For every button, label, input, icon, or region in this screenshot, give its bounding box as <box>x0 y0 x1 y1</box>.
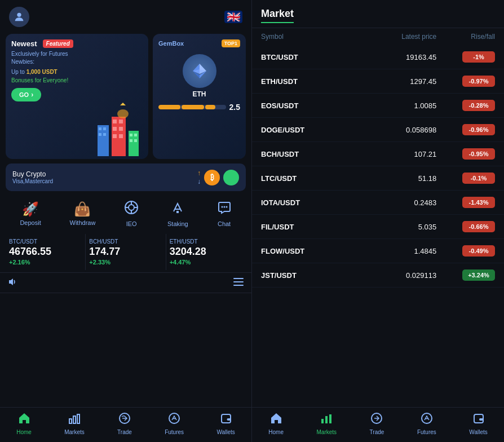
svg-rect-31 <box>176 211 179 213</box>
left-nav-wallets[interactable]: Wallets <box>216 412 235 435</box>
buy-crypto-info: Buy Crypto Visa,Mastercard <box>12 170 53 184</box>
table-row[interactable]: BCH/USDT 107.21 -0.95% <box>252 142 504 166</box>
svg-rect-4 <box>99 133 101 136</box>
left-nav-futures-label: Futures <box>165 429 184 435</box>
deposit-button[interactable]: 🚀 Deposit <box>20 201 41 226</box>
right-markets-icon <box>320 412 333 427</box>
avatar[interactable] <box>9 7 29 27</box>
svg-rect-5 <box>103 133 106 136</box>
symbol-flow: FLOW/USDT <box>261 247 349 255</box>
chat-label: Chat <box>218 220 231 227</box>
svg-rect-39 <box>73 416 76 423</box>
symbol-fil: FIL/USDT <box>261 223 349 231</box>
bottom-ticker-bar <box>0 272 251 293</box>
eth-logo <box>183 54 216 88</box>
withdraw-button[interactable]: 👜 Withdraw <box>70 201 96 226</box>
left-nav-home[interactable]: Home <box>16 412 32 435</box>
language-flag[interactable] <box>224 11 242 23</box>
table-row[interactable]: IOTA/USDT 0.2483 -1.43% <box>252 191 504 215</box>
ticker-btc[interactable]: BTC/USDT 46766.55 +2.16% <box>6 234 86 270</box>
right-futures-icon <box>421 412 433 427</box>
table-row[interactable]: FIL/USDT 5.035 -0.66% <box>252 215 504 239</box>
speaker-icon <box>8 277 17 288</box>
table-row[interactable]: JST/USDT 0.029113 +3.24% <box>252 263 504 288</box>
right-nav-trade[interactable]: Trade <box>370 412 384 435</box>
svg-point-0 <box>17 13 21 17</box>
svg-rect-36 <box>233 281 244 282</box>
left-nav-trade[interactable]: Trade <box>117 412 132 435</box>
buy-crypto-section[interactable]: Buy Crypto Visa,Mastercard ↑ ↓ ₿ <box>6 163 246 191</box>
ticker-bch[interactable]: BCH/USDT 174.77 +2.33% <box>86 234 166 270</box>
svg-rect-17 <box>134 139 137 142</box>
col-price-header: Latest price <box>349 33 437 41</box>
table-row[interactable]: LTC/USDT 51.18 -0.1% <box>252 166 504 191</box>
svg-rect-8 <box>119 120 123 123</box>
ticker-row: BTC/USDT 46766.55 +2.16% BCH/USDT 174.77… <box>0 234 251 270</box>
progress-seg3 <box>205 105 215 109</box>
table-row[interactable]: BTC/USDT 19163.45 -1% <box>252 45 504 69</box>
change-fil: -0.66% <box>436 221 495 232</box>
ticker-btc-symbol: BTC/USDT <box>9 238 82 245</box>
table-row[interactable]: ETH/USDT 1297.45 -0.97% <box>252 69 504 94</box>
right-nav-wallets[interactable]: Wallets <box>469 412 487 435</box>
change-ltc: -0.1% <box>436 173 495 184</box>
change-eth: -0.97% <box>436 76 495 87</box>
price-bch: 107.21 <box>349 150 437 158</box>
right-bottom-nav: Home Markets Trade <box>252 407 504 442</box>
left-nav-futures[interactable]: Futures <box>165 412 184 435</box>
ticker-eth[interactable]: ETH/USDT 3204.28 +4.47% <box>166 234 246 270</box>
ticker-bch-change: +2.33% <box>89 259 162 266</box>
left-nav-markets[interactable]: Markets <box>64 412 85 435</box>
svg-rect-9 <box>113 127 117 131</box>
ticker-btc-change: +2.16% <box>9 259 82 266</box>
chat-icon <box>217 200 232 218</box>
right-nav-markets[interactable]: Markets <box>316 412 337 435</box>
right-nav-home[interactable]: Home <box>268 412 284 435</box>
table-row[interactable]: FLOW/USDT 1.4845 -0.49% <box>252 239 504 263</box>
svg-point-33 <box>223 206 225 208</box>
crypto-transfer-visual: ↑ ↓ ₿ <box>197 169 239 185</box>
table-row[interactable]: EOS/USDT 1.0085 -0.28% <box>252 94 504 118</box>
withdraw-label: Withdraw <box>70 219 96 226</box>
chat-button[interactable]: Chat <box>217 200 232 227</box>
deposit-label: Deposit <box>20 219 41 226</box>
svg-marker-19 <box>120 103 126 105</box>
svg-rect-14 <box>130 134 132 136</box>
svg-rect-35 <box>233 278 244 279</box>
newest-label: Newest <box>11 39 37 48</box>
right-nav-wallets-label: Wallets <box>469 429 487 435</box>
symbol-eth: ETH/USDT <box>261 77 349 86</box>
symbol-btc: BTC/USDT <box>261 53 349 61</box>
svg-rect-16 <box>130 139 132 142</box>
svg-point-26 <box>129 205 134 210</box>
market-table-header: Symbol Latest price Rise/fall <box>252 28 504 45</box>
price-doge: 0.058698 <box>349 126 437 134</box>
right-nav-futures[interactable]: Futures <box>417 412 436 435</box>
svg-rect-2 <box>99 127 101 130</box>
ieo-button[interactable]: IEO <box>124 200 139 227</box>
ieo-icon <box>124 200 139 218</box>
staking-button[interactable]: Staking <box>167 200 188 227</box>
left-bottom-nav: Home Markets Trade <box>0 407 251 442</box>
price-fil: 5.035 <box>349 223 437 231</box>
right-nav-futures-label: Futures <box>417 429 436 435</box>
buy-crypto-subtitle: Visa,Mastercard <box>12 178 53 184</box>
home-icon <box>18 412 30 427</box>
right-nav-markets-label: Markets <box>316 429 337 435</box>
table-row[interactable]: DOGE/USDT 0.058698 -0.96% <box>252 118 504 142</box>
city-illustration <box>92 103 148 159</box>
svg-rect-12 <box>119 134 123 138</box>
symbol-jst: JST/USDT <box>261 271 349 280</box>
svg-rect-11 <box>113 134 117 138</box>
promo-banner: Newest Featured Exclusively for Futures … <box>6 34 148 159</box>
action-bar: 🚀 Deposit 👜 Withdraw IEO <box>0 193 251 232</box>
transfer-arrows: ↑ ↓ <box>197 169 201 185</box>
arrow-up-icon: ↑ <box>197 169 201 177</box>
go-button[interactable]: GO › <box>11 88 41 101</box>
progress-bar-wrap: 2.5 <box>158 103 240 112</box>
market-list: BTC/USDT 19163.45 -1% ETH/USDT 1297.45 -… <box>252 45 504 407</box>
svg-rect-46 <box>325 416 328 423</box>
eth-coin-label: ETH <box>193 90 206 98</box>
arrow-down-icon: ↓ <box>197 178 201 185</box>
gembox-label: GemBox <box>158 40 184 47</box>
